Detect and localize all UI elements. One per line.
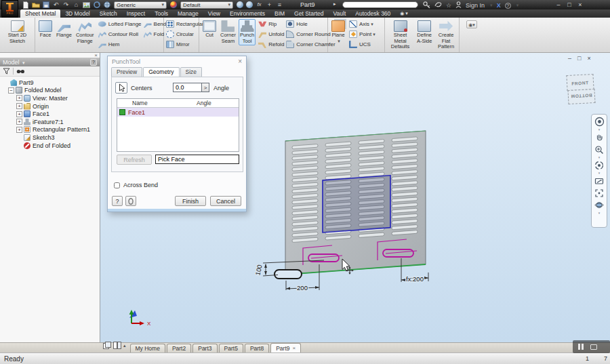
tree-item-origin[interactable]: +Origin [0, 102, 100, 110]
material-dropdown[interactable]: Generic▾ [114, 1, 167, 9]
maximize-button[interactable]: □ [564, 1, 575, 8]
face-button[interactable]: Face [37, 19, 54, 40]
home-icon[interactable]: ⌂ [72, 1, 81, 9]
rectangular-pattern-button[interactable]: Rectangular [166, 19, 203, 29]
angle-input[interactable] [173, 83, 202, 92]
tree-item-end-of-folded[interactable]: End of Folded [0, 142, 100, 150]
rip-button[interactable]: Rip [258, 19, 284, 29]
adjust-appearance-icon[interactable] [237, 1, 243, 8]
bend-button[interactable]: Bend [144, 19, 167, 29]
doc-restore-icon[interactable]: □ [577, 55, 581, 62]
dialog-options-button[interactable] [125, 196, 136, 206]
tab-tools[interactable]: Tools [150, 9, 173, 18]
close-button[interactable]: × [575, 1, 586, 8]
redo-icon[interactable]: ↷ [62, 1, 70, 9]
tab-sketch[interactable]: Sketch [95, 9, 122, 18]
tree-item-face1[interactable]: +Face1 [0, 110, 100, 118]
doc-tab-part5[interactable]: Part5 [219, 344, 243, 352]
color-wheel-icon[interactable] [170, 1, 177, 8]
start-2d-sketch-button[interactable]: Start 2D Sketch [2, 19, 33, 45]
sheet-metal-defaults-button[interactable]: Sheet Metal Defaults [387, 19, 413, 52]
ribbon-overflow-button[interactable]: ◉▾ [466, 20, 477, 28]
flange-button[interactable]: Flange [55, 19, 73, 40]
navbar-more-chevron-icon[interactable]: ▾ [598, 211, 601, 214]
tab-sheet-metal[interactable]: Sheet Metal [20, 9, 60, 18]
expander[interactable]: + [16, 111, 22, 117]
expander[interactable]: + [16, 103, 22, 109]
doc-tab-part2[interactable]: Part2 [167, 344, 191, 352]
navbar-chevron-icon[interactable]: ▾ [598, 128, 601, 131]
dialog-tab-geometry[interactable]: Geometry [143, 67, 179, 77]
hem-button[interactable]: Hem [98, 39, 142, 49]
mirror-button[interactable]: Mirror [166, 39, 203, 49]
pick-face-field[interactable] [155, 155, 239, 164]
tab-vault[interactable]: Vault [329, 9, 351, 18]
exchange-apps-icon[interactable]: X [497, 2, 501, 9]
placed-punch-slot[interactable] [274, 270, 302, 279]
browser-close-icon[interactable]: × [94, 53, 98, 58]
tree-item-folded-model[interactable]: −Folded Model [0, 87, 100, 95]
video-quality-icon[interactable] [590, 344, 597, 350]
view-face-icon[interactable] [593, 187, 605, 199]
define-a-side-button[interactable]: Define A-Side [415, 19, 434, 45]
dialog-help-button[interactable]: ? [112, 196, 123, 206]
unfold-button[interactable]: Unfold [258, 29, 284, 39]
help-chevron-icon[interactable]: ▾ [516, 3, 519, 8]
doc-minimize-icon[interactable]: – [568, 55, 571, 62]
corner-seam-button[interactable]: Corner Seam [219, 19, 237, 45]
cut-button[interactable]: Cut [201, 19, 218, 40]
minimize-button[interactable]: – [553, 1, 564, 8]
user-icon[interactable] [455, 1, 462, 9]
dimension-width-label[interactable]: 200 [297, 284, 308, 291]
search-input[interactable] [342, 1, 418, 8]
orbit-chevron-icon[interactable]: ▾ [598, 171, 601, 174]
tab-scroll-icon[interactable]: ▴ [123, 343, 126, 348]
zoom-chevron-icon[interactable]: ▾ [598, 156, 601, 159]
tab-close-icon[interactable]: × [293, 345, 296, 351]
axis-button[interactable]: Axis▾ [349, 19, 375, 29]
tab-3d-model[interactable]: 3D Model [60, 9, 94, 18]
refold-button[interactable]: Refold [258, 39, 284, 49]
doc-tab-part8[interactable]: Part8 [245, 344, 269, 352]
tree-item-view-master[interactable]: +View: Master [0, 94, 100, 102]
navigation-wheel-icon[interactable] [593, 116, 605, 127]
angle-flyout-icon[interactable]: > [202, 83, 209, 92]
expander[interactable]: + [16, 127, 22, 133]
undo-icon[interactable]: ↶ [52, 1, 60, 9]
tree-item-rectangular-pattern[interactable]: +Rectangular Pattern1 [0, 126, 100, 134]
pause-icon[interactable] [578, 344, 584, 350]
point-button[interactable]: Point▾ [349, 29, 375, 39]
render-icon[interactable] [82, 1, 91, 9]
tab-environments[interactable]: Environments [225, 9, 270, 18]
tree-item-ifeature[interactable]: +iFeature7:1 [0, 118, 100, 126]
pick-centers-button[interactable] [115, 82, 127, 94]
orbit-icon[interactable] [593, 159, 605, 171]
save-icon[interactable] [41, 1, 50, 9]
new-file-icon[interactable] [21, 1, 30, 9]
find-icon[interactable] [16, 65, 25, 77]
dialog-tab-preview[interactable]: Preview [111, 67, 142, 77]
tab-inspect[interactable]: Inspect [122, 9, 150, 18]
arrange-windows-icon[interactable] [103, 340, 111, 352]
finish-button[interactable]: Finish [175, 196, 206, 206]
browser-help-icon[interactable]: ? [90, 59, 97, 66]
doc-close-icon[interactable]: × [587, 55, 590, 62]
dialog-title-bar[interactable]: PunchTool × [108, 56, 246, 66]
tab-manage[interactable]: Manage [173, 9, 203, 18]
sign-in-chevron-icon[interactable]: ▾ [490, 3, 493, 8]
application-menu-button[interactable]: PRO [1, 0, 18, 18]
selection-rectangle[interactable] [323, 176, 390, 232]
material-browser-icon[interactable] [102, 1, 111, 9]
dimension-fx-label[interactable]: fx:200 [406, 275, 424, 283]
tree-item-sketch3[interactable]: Sketch3 [0, 134, 100, 142]
tab-bim[interactable]: BIM [270, 9, 289, 18]
appearance-dropdown[interactable]: Default▾ [180, 1, 233, 9]
across-bend-checkbox[interactable] [114, 182, 120, 188]
tab-get-started[interactable]: Get Started [289, 9, 328, 18]
viewcube-bottom-face[interactable]: BOTTOM [567, 89, 595, 104]
search-key-icon[interactable] [423, 1, 430, 9]
help-icon[interactable]: ? [505, 3, 511, 9]
search-flyout-icon[interactable]: ▸ [333, 1, 336, 7]
doc-tab-my-home[interactable]: My Home [130, 344, 165, 352]
lofted-flange-button[interactable]: Lofted Flange [98, 19, 142, 29]
